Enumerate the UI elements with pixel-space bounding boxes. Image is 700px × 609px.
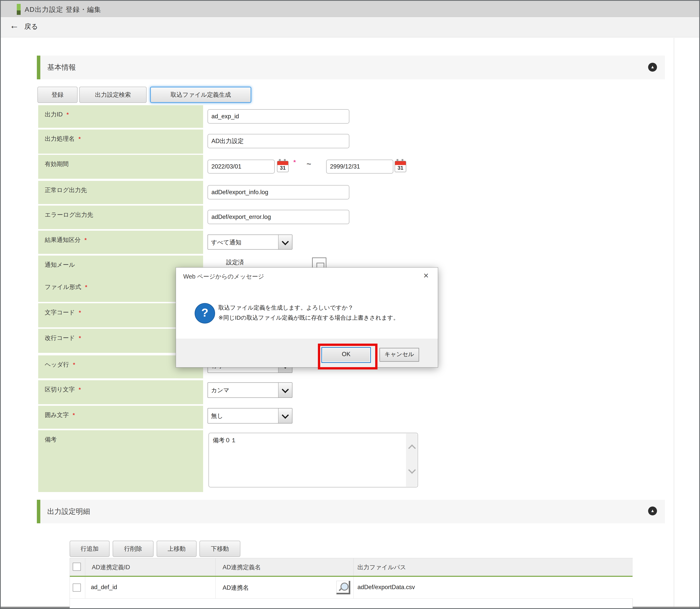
page-marker-icon-shadow	[17, 11, 21, 15]
label-enclosure: 囲み文字*	[38, 406, 203, 429]
section-accent-bar	[37, 500, 40, 523]
row-checkbox-cell	[70, 577, 85, 598]
label-valid-period: 有効期間	[38, 155, 203, 179]
calendar-icon[interactable]: 31	[395, 159, 406, 171]
required-mark: *	[85, 284, 87, 290]
collapse-basic-button[interactable]: ▲	[648, 63, 657, 72]
header-ad-def-name: AD連携定義名	[216, 558, 354, 576]
dialog-message-line2: ※同じIDの取込ファイル定義が既に存在する場合は上書きされます。	[218, 314, 399, 322]
output-id-input[interactable]	[208, 109, 349, 124]
chevron-down-icon	[282, 386, 289, 393]
dialog-message-line1: 取込ファイル定義を生成します。よろしいですか？	[218, 304, 354, 312]
chevron-down-icon	[282, 412, 289, 419]
required-mark: *	[85, 237, 87, 243]
section-basic-title: 基本情報	[47, 63, 76, 72]
section-accent-bar	[37, 56, 40, 79]
chevron-up-icon: ▲	[650, 508, 655, 513]
label-error-log: エラーログ出力先	[38, 206, 203, 229]
page-marker-icon	[17, 4, 21, 11]
delimiter-select[interactable]: カンマ	[208, 382, 292, 398]
section-detail-header: 出力設定明細	[37, 500, 665, 523]
required-mark: *	[73, 412, 75, 418]
output-name-input[interactable]	[208, 134, 349, 148]
select-all-checkbox[interactable]	[73, 563, 81, 571]
label-remarks: 備考	[38, 430, 203, 492]
chevron-down-icon	[282, 238, 289, 245]
label-output-id: 出力ID*	[38, 105, 203, 128]
register-button[interactable]: 登録	[37, 87, 77, 103]
scroll-up-icon[interactable]	[408, 445, 416, 452]
select-arrow-button[interactable]	[278, 235, 292, 249]
row-checkbox[interactable]	[73, 584, 81, 592]
required-mark: *	[73, 362, 75, 368]
remarks-textarea[interactable]: 備考０１	[209, 433, 418, 487]
textarea-scrollbar[interactable]	[406, 434, 417, 487]
section-basic-header: 基本情報	[37, 56, 665, 79]
error-log-input[interactable]	[208, 210, 349, 224]
back-arrow-icon[interactable]: ←	[10, 20, 19, 31]
notify-type-select[interactable]: すべて通知	[208, 234, 292, 249]
required-mark: *	[79, 309, 81, 316]
chevron-up-icon: ▲	[650, 65, 655, 69]
enclosure-select[interactable]: 無し	[208, 408, 292, 423]
range-separator: ~	[306, 159, 311, 169]
header-output-path: 出力ファイルパス	[354, 558, 633, 576]
move-up-button[interactable]: 上移動	[157, 541, 197, 557]
question-icon: ?	[195, 303, 215, 324]
cancel-button[interactable]: キャンセル	[379, 348, 419, 362]
label-output-name: 出力処理名*	[38, 129, 203, 154]
select-arrow-button[interactable]	[278, 383, 292, 397]
required-mark: *	[67, 111, 69, 118]
collapse-detail-button[interactable]: ▲	[648, 506, 657, 516]
search-icon[interactable]	[336, 581, 350, 594]
scroll-down-icon[interactable]	[408, 466, 416, 474]
select-arrow-button[interactable]	[278, 408, 292, 423]
table-row-path-cell: adDef/exportData.csv	[354, 577, 633, 598]
content-right-divider	[674, 38, 674, 608]
required-mark-date: *	[293, 159, 296, 166]
back-link[interactable]: 戻る	[24, 22, 38, 31]
label-info-log: 正常ログ出力先	[38, 181, 203, 204]
header-checkbox-cell	[70, 558, 85, 576]
required-mark: *	[78, 136, 80, 142]
webpage-message-dialog: Web ページからのメッセージ × ? 取込ファイル定義を生成します。よろしいで…	[176, 267, 438, 367]
calendar-icon[interactable]: 31	[277, 159, 288, 171]
valid-to-input[interactable]	[326, 160, 393, 174]
move-down-button[interactable]: 下移動	[199, 541, 240, 557]
section-detail-title: 出力設定明細	[47, 507, 90, 516]
valid-from-input[interactable]	[208, 160, 275, 174]
header-ad-def-id: AD連携定義ID	[85, 558, 216, 576]
table-row-name-cell: AD連携名	[216, 577, 354, 598]
close-icon[interactable]: ×	[424, 270, 429, 281]
label-delimiter: 区切り文字*	[38, 380, 203, 404]
dialog-title: Web ページからのメッセージ	[183, 273, 264, 281]
title-bar: AD出力設定 登録・編集	[1, 1, 699, 17]
output-setting-search-button[interactable]: 出力設定検索	[79, 87, 147, 103]
label-notify-type: 結果通知区分*	[38, 231, 203, 254]
ok-button[interactable]: OK	[321, 347, 371, 363]
info-log-input[interactable]	[208, 185, 349, 199]
notify-mail-status: 設定済	[226, 258, 244, 266]
delete-row-button[interactable]: 行削除	[113, 541, 154, 557]
required-mark: *	[79, 335, 81, 341]
required-mark: *	[79, 386, 81, 393]
generate-import-filedef-button[interactable]: 取込ファイル定義生成	[150, 87, 251, 103]
page-title: AD出力設定 登録・編集	[25, 5, 101, 14]
detail-table: AD連携定義ID AD連携定義名 出力ファイルパス ad_def_id AD連携…	[70, 558, 633, 608]
add-row-button[interactable]: 行追加	[70, 541, 110, 557]
back-bar: ← 戻る	[1, 17, 699, 37]
table-row-id-cell: ad_def_id	[85, 577, 216, 598]
